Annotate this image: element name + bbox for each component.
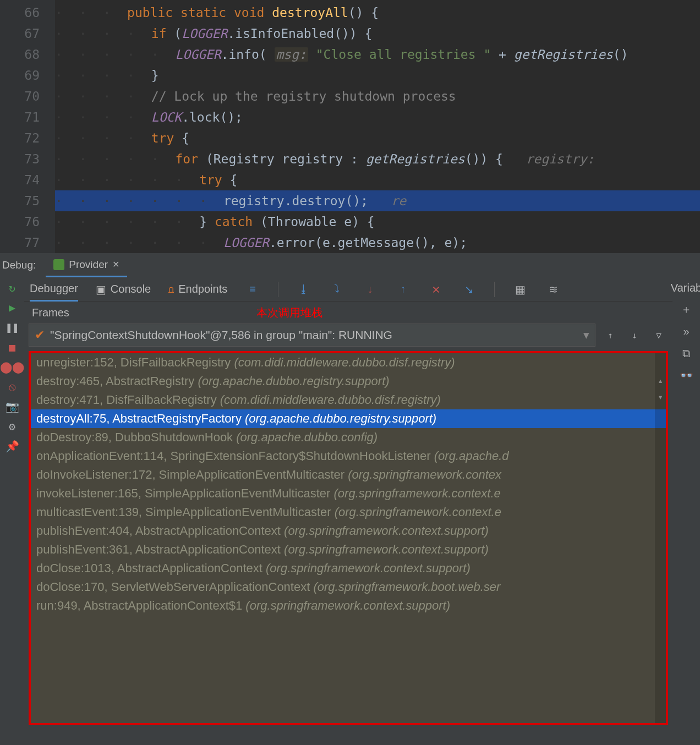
stack-frame[interactable]: doClose:1013, AbstractApplicationContext… xyxy=(31,559,666,578)
stack-frame[interactable]: doDestroy:89, DubboShutdownHook (org.apa… xyxy=(31,428,666,447)
code-area[interactable]: · · · public static void destroyAll() {·… xyxy=(55,0,700,253)
next-frame-icon[interactable]: ↓ xyxy=(625,326,644,344)
code-editor[interactable]: 666768697071727374757677 · · · public st… xyxy=(0,0,700,253)
run-config-tab[interactable]: Provider ✕ xyxy=(46,253,127,277)
stack-frame[interactable]: invokeListener:165, SimpleApplicationEve… xyxy=(31,484,666,503)
run-to-cursor-icon[interactable]: ↘ xyxy=(461,282,477,297)
camera-icon[interactable]: 📷 xyxy=(5,399,19,414)
copy-icon[interactable]: ⧉ xyxy=(679,346,693,360)
tab-console[interactable]: ▣ Console xyxy=(96,277,151,302)
stack-frame[interactable]: destroy:465, AbstractRegistry (org.apach… xyxy=(31,372,666,391)
stack-frame[interactable]: destroyAll:75, AbstractRegistryFactory (… xyxy=(31,409,666,428)
pin-icon[interactable]: 📌 xyxy=(5,439,19,453)
debug-toolwindow-header: Debug: Provider ✕ xyxy=(0,253,700,277)
thread-name: "SpringContextShutdownHook"@7,586 in gro… xyxy=(50,328,392,342)
stack-frame[interactable]: publishEvent:404, AbstractApplicationCon… xyxy=(31,522,666,540)
glasses-icon[interactable]: 👓 xyxy=(679,368,693,382)
bug-icon xyxy=(53,259,64,270)
rerun-icon[interactable]: ↻ xyxy=(5,281,19,295)
close-icon[interactable]: ✕ xyxy=(112,259,119,270)
code-line[interactable]: · · · · · · try { xyxy=(55,169,700,190)
evaluate-icon[interactable]: ▦ xyxy=(512,282,528,297)
code-line[interactable]: · · · · } xyxy=(55,65,700,86)
scroll-up-icon[interactable]: ▴ xyxy=(655,375,666,386)
tab-debugger[interactable]: Debugger xyxy=(30,277,78,302)
prev-frame-icon[interactable]: ↑ xyxy=(601,326,620,344)
endpoints-icon: ⩍ xyxy=(168,283,174,295)
debug-label: Debug: xyxy=(0,259,46,271)
view-breakpoints-icon[interactable]: ⬤⬤ xyxy=(5,360,19,374)
debug-left-toolbar: ↻ ▶ ❚❚ ■ ⬤⬤ ⦸ 📷 ⚙ 📌 xyxy=(0,277,24,745)
stack-frame[interactable]: onApplicationEvent:114, SpringExtensionF… xyxy=(31,447,666,465)
stack-frame[interactable]: multicastEvent:139, SimpleApplicationEve… xyxy=(31,503,666,522)
filter-icon[interactable]: ▽ xyxy=(649,326,668,344)
add-watch-icon[interactable]: ＋ xyxy=(679,302,693,316)
code-line[interactable]: · · · · · · } catch (Throwable e) { xyxy=(55,211,700,232)
code-line[interactable]: · · · public static void destroyAll() { xyxy=(55,2,700,23)
code-line[interactable]: · · · · · · · LOGGER.error(e.getMessage(… xyxy=(55,232,700,253)
pause-icon[interactable]: ❚❚ xyxy=(5,320,19,335)
code-line[interactable]: · · · · · LOGGER.info( msg: "Close all r… xyxy=(55,44,700,65)
stack-frame[interactable]: doInvokeListener:172, SimpleApplicationE… xyxy=(31,465,666,484)
stop-icon[interactable]: ■ xyxy=(5,340,19,354)
line-gutter: 666768697071727374757677 xyxy=(0,0,55,253)
stack-frame[interactable]: destroy:471, DisfFailbackRegistry (com.d… xyxy=(31,391,666,409)
code-line[interactable]: · · · · · · · registry.destroy(); re xyxy=(55,190,700,211)
code-line[interactable]: · · · · · for (Registry registry : getRe… xyxy=(55,149,700,169)
step-into-icon[interactable]: ↓ xyxy=(362,282,378,297)
run-config-name: Provider xyxy=(69,259,108,271)
scroll-down-icon[interactable]: ▾ xyxy=(655,392,666,403)
call-stack[interactable]: ▴ ▾ unregister:152, DisfFailbackRegistry… xyxy=(29,351,668,725)
stack-frame[interactable]: run:949, AbstractApplicationContext$1 (o… xyxy=(31,596,666,615)
show-execution-point-icon[interactable]: ⭳ xyxy=(296,282,311,297)
annotation-text: 本次调用堆栈 xyxy=(256,305,322,320)
chevron-down-icon: ▾ xyxy=(583,328,589,342)
debugger-tab-bar: Debugger ▣ Console ⩍ Endpoints ≡ ⭳ ⤵ ↓ ↑… xyxy=(24,277,672,302)
console-icon: ▣ xyxy=(96,283,106,296)
drop-frame-icon[interactable]: ⨯ xyxy=(428,282,444,297)
stack-frame[interactable]: publishEvent:361, AbstractApplicationCon… xyxy=(31,540,666,559)
resume-icon[interactable]: ▶ xyxy=(5,300,19,315)
code-line[interactable]: · · · · LOCK.lock(); xyxy=(55,107,700,128)
code-line[interactable]: · · · · if (LOGGER.isInfoEnabled()) { xyxy=(55,23,700,44)
stack-frame[interactable]: doClose:170, ServletWebServerApplication… xyxy=(31,578,666,596)
thread-selector[interactable]: ✔ "SpringContextShutdownHook"@7,586 in g… xyxy=(29,324,595,347)
trace-icon[interactable]: ≋ xyxy=(545,282,561,297)
frames-label: Frames xyxy=(32,306,69,319)
step-over-icon[interactable]: ⤵ xyxy=(329,282,344,297)
settings-icon[interactable]: ⚙ xyxy=(5,419,19,434)
code-line[interactable]: · · · · try { xyxy=(55,128,700,149)
threads-icon[interactable]: ≡ xyxy=(245,282,260,297)
step-out-icon[interactable]: ↑ xyxy=(395,282,411,297)
variables-panel-collapsed: Variab ＋ » ⧉ 👓 xyxy=(672,277,700,745)
expand-icon[interactable]: » xyxy=(679,324,693,338)
code-line[interactable]: · · · · // Lock up the registry shutdown… xyxy=(55,86,700,107)
check-icon: ✔ xyxy=(35,328,45,342)
stack-scrollbar[interactable]: ▴ ▾ xyxy=(655,353,666,723)
mute-breakpoints-icon[interactable]: ⦸ xyxy=(5,380,19,394)
tab-endpoints[interactable]: ⩍ Endpoints xyxy=(168,277,227,302)
stack-frame[interactable]: unregister:152, DisfFailbackRegistry (co… xyxy=(31,353,666,372)
variables-label: Variab xyxy=(671,282,700,294)
